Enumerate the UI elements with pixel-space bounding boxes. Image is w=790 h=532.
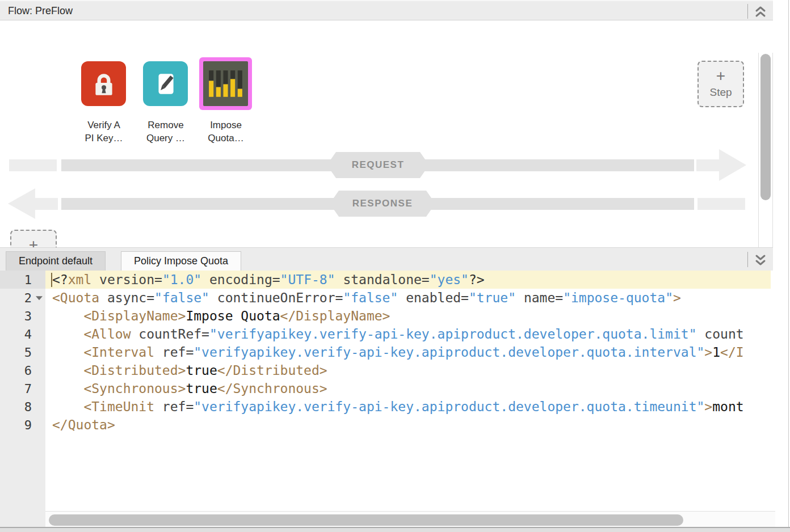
tab-bar-divider (747, 252, 748, 267)
header-divider (747, 4, 748, 19)
line-number: 1 (0, 271, 45, 289)
code-lines[interactable]: <?xml version="1.0" encoding="UTF-8" sta… (45, 271, 771, 527)
chevron-double-up-icon[interactable] (754, 5, 767, 19)
plus-icon: + (716, 69, 725, 83)
bar-chart-icon (203, 61, 248, 106)
policy-verify-api-key[interactable] (81, 61, 126, 106)
request-arrowhead-icon (719, 149, 746, 181)
text-cursor (51, 273, 52, 287)
editor-horizontal-scrollbar-track[interactable] (45, 511, 775, 527)
tab-policy-impose-quota[interactable]: Policy Impose Quota (121, 251, 241, 271)
tab-endpoint-default[interactable]: Endpoint default (6, 251, 106, 271)
request-badge: REQUEST (327, 152, 429, 178)
flow-title: Flow: PreFlow (8, 1, 73, 20)
line-number: 5 (0, 343, 45, 361)
code-line[interactable]: <Distributed>true</Distributed> (45, 361, 771, 379)
response-line-end (697, 198, 745, 210)
add-step-button-response[interactable]: + Step (10, 230, 57, 247)
code-line[interactable]: <Synchronous>true</Synchronous> (45, 379, 771, 398)
add-step-button-request[interactable]: + Step (697, 61, 744, 107)
code-line[interactable]: <Quota async="false" continueOnError="fa… (45, 289, 771, 307)
line-number: 3 (0, 307, 45, 325)
request-line-start (9, 159, 57, 171)
editor-horizontal-scrollbar-thumb[interactable] (49, 514, 683, 526)
window-bottom-edge (0, 527, 790, 532)
code-line[interactable]: <Allow countRef="verifyapikey.verify-api… (45, 325, 771, 343)
code-line[interactable]: <TimeUnit ref="verifyapikey.verify-api-k… (45, 398, 771, 416)
xml-code-editor[interactable]: 123456789 <?xml version="1.0" encoding="… (0, 271, 790, 527)
request-arrow-shaft (696, 159, 719, 171)
code-line[interactable]: <?xml version="1.0" encoding="UTF-8" sta… (45, 271, 771, 289)
policy-remove-query[interactable] (143, 61, 188, 106)
code-line[interactable]: <Interval ref="verifyapikey.verify-api-k… (45, 343, 771, 361)
code-line[interactable]: <DisplayName>Impose Quota</DisplayName> (45, 307, 771, 325)
policy-label-remove-query: Remove Query … (131, 119, 200, 145)
response-arrowhead-icon (8, 188, 35, 219)
flow-canvas: Verify A PI Key… Remove Query … (0, 21, 773, 247)
pencil-icon (143, 61, 188, 106)
response-arrow-shaft (35, 198, 58, 210)
line-number: 6 (0, 361, 45, 379)
policy-impose-quota-selected[interactable] (199, 57, 252, 110)
line-number: 9 (0, 416, 45, 434)
code-line[interactable]: </Quota> (45, 416, 771, 434)
line-number: 4 (0, 325, 45, 343)
line-number: 8 (0, 398, 45, 416)
editor-tab-bar: Endpoint default Policy Impose Quota (0, 247, 773, 271)
policy-label-verify-api-key: Verify A PI Key… (69, 119, 138, 145)
line-number: 7 (0, 379, 45, 398)
flow-panel-header: Flow: PreFlow (0, 0, 773, 20)
apigee-flow-editor: Flow: PreFlow Verify A PI Key… (0, 0, 790, 532)
flow-vertical-scrollbar-thumb[interactable] (760, 54, 771, 200)
chevron-double-down-icon[interactable] (754, 253, 767, 267)
window-right-edge (788, 0, 789, 532)
line-number-gutter: 123456789 (0, 271, 45, 527)
line-number: 2 (0, 289, 45, 307)
plus-icon: + (29, 238, 38, 247)
lock-icon (81, 61, 126, 106)
response-badge: RESPONSE (330, 191, 435, 217)
fold-toggle-icon[interactable] (36, 296, 43, 300)
flow-vertical-scrollbar-track[interactable] (758, 53, 773, 247)
policy-label-impose-quota: Impose Quota… (191, 119, 260, 145)
